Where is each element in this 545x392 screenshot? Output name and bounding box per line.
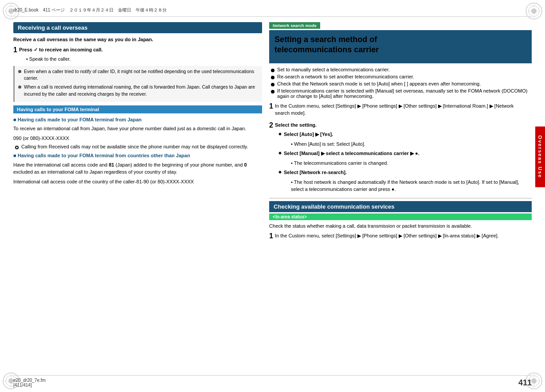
bullet-dot-1	[271, 69, 274, 72]
right-step1-content: In the Custom menu, select [Settings] ▶ …	[275, 102, 528, 119]
select-network-text: Select [Network re-search].	[284, 170, 347, 175]
bullet-text-4: If telecommunications carrier is selecte…	[277, 88, 532, 99]
bullet-dot-2	[271, 76, 274, 79]
diamond-icon-2: ◆	[278, 151, 282, 155]
network-note-text: The host network is changed automaticall…	[284, 179, 528, 193]
right-step2: 2 Select the setting. ◆ Select [Auto] ▶ …	[269, 121, 532, 195]
select-manual-circle: ●	[415, 151, 418, 156]
right-column: Network search mode Setting a search met…	[269, 22, 532, 370]
footer-file: e20_dr20_7e.fm	[13, 378, 46, 383]
network-note-circle: ●	[392, 186, 395, 192]
from-japan-title: ■ Having calls made to your FOMA termina…	[13, 116, 262, 124]
footer-left: e20_dr20_7e.fm [411/414]	[13, 378, 46, 388]
from-japan-text: To receive an international call from Ja…	[13, 125, 262, 132]
select-auto-text: Select [Auto] ▶ [Yes].	[284, 132, 333, 137]
from-japan-note-bullet	[15, 146, 19, 149]
note-item-1: Even when a caller tried to notify of ca…	[18, 68, 259, 82]
checking-step1: 1 In the Custom menu, select [Settings] …	[269, 232, 532, 242]
checking-step1-text: In the Custom menu, select [Settings] ▶ …	[275, 232, 528, 240]
when-auto-text: When [Auto] is set: Select [Auto].	[284, 140, 365, 148]
step1-receiving: 1 Press ✓ to receive an incoming call. S…	[13, 46, 262, 64]
main-title-box: Setting a search method of telecommunica…	[269, 30, 532, 63]
having-calls-header: Having calls to your FOMA terminal	[13, 105, 262, 113]
bullet-1: Set to manually select a telecommunicati…	[269, 67, 532, 72]
content-area: Receiving a call overseas Receive a call…	[13, 22, 532, 370]
bullet-dot-3	[271, 83, 274, 86]
in-area-label: <In-area status>	[269, 213, 532, 220]
note-item-2: When a call is received during internati…	[18, 84, 259, 98]
from-countries-p2: International call access code of the co…	[13, 178, 262, 186]
bullet-4: If telecommunications carrier is selecte…	[269, 88, 532, 99]
bullet-3: Check that the Network search mode is se…	[269, 81, 532, 86]
bullet-2: Re-search a network to set another telec…	[269, 74, 532, 79]
select-auto-item: ◆ Select [Auto] ▶ [Yes]. When [Auto] is …	[275, 131, 528, 148]
note-text-1: Even when a caller tried to notify of ca…	[24, 68, 259, 82]
main-title: Setting a search method of telecommunica…	[274, 35, 526, 55]
select-manual-note: The telecommunications carrier is change…	[284, 159, 420, 167]
select-network-item: ◆ Select [Network re-search]. The host n…	[275, 169, 528, 194]
left-column: Receiving a call overseas Receive a call…	[13, 22, 262, 370]
bullet-text-2: Re-search a network to set another telec…	[277, 74, 414, 79]
from-countries-title: ■ Having calls made to your FOMA termina…	[13, 152, 262, 159]
divider	[269, 198, 532, 198]
receiving-header: Receiving a call overseas	[13, 22, 262, 33]
right-step2-text: Select the setting.	[275, 122, 317, 128]
notes-box: Even when a caller tried to notify of ca…	[13, 66, 262, 102]
right-step1-number: 1	[269, 102, 273, 119]
bullet-text-1: Set to manually select a telecommunicati…	[277, 67, 390, 72]
checking-header-box: Checking available communication service…	[269, 201, 532, 212]
step1-content: Press ✓ to receive an incoming call. Spe…	[19, 46, 258, 64]
page-number: 411	[518, 378, 532, 388]
checking-header: Checking available communication service…	[274, 203, 394, 210]
checking-step1-content: In the Custom menu, select [Settings] ▶ …	[275, 232, 528, 242]
step1-sub: Speak to the caller.	[19, 55, 258, 63]
header-text: dr20_E.book 411 ページ ２０１９年４月２４日 金曜日 午後４時２…	[13, 7, 167, 13]
select-manual-text: Select [Manual] ▶ select a telecommunica…	[284, 151, 414, 156]
step1-number: 1	[13, 46, 17, 64]
from-japan-note-item: Calling from Received calls may not be a…	[13, 144, 262, 149]
right-step1: 1 In the Custom menu, select [Settings] …	[269, 102, 532, 119]
from-countries-p1: Have the international call access code …	[13, 161, 262, 176]
bullet-dot-4	[271, 90, 274, 93]
diamond-icon-1: ◆	[278, 132, 282, 136]
note-text-2: When a call is received during internati…	[24, 84, 259, 98]
checking-text: Check the status whether making a call, …	[269, 222, 532, 230]
select-manual-item: ◆ Select [Manual] ▶ select a telecommuni…	[275, 150, 528, 167]
right-step1-text: In the Custom menu, select [Settings] ▶ …	[275, 102, 528, 117]
checking-step1-number: 1	[269, 232, 273, 242]
bullet-list: Set to manually select a telecommunicati…	[269, 67, 532, 99]
note-bullet-1	[18, 70, 21, 73]
overseas-use-tab: Overseas Use	[535, 127, 545, 187]
page-header: dr20_E.book 411 ページ ２０１９年４月２４日 金曜日 午後４時２…	[13, 4, 532, 17]
page-footer: e20_dr20_7e.fm [411/414] 411	[13, 375, 532, 388]
footer-pages: [411/414]	[13, 383, 46, 388]
from-japan-note-text: Calling from Received calls may not be a…	[21, 144, 248, 149]
bullet-text-3: Check that the Network search mode is se…	[277, 81, 481, 86]
right-step2-content: Select the setting. ◆ Select [Auto] ▶ [Y…	[275, 121, 528, 195]
right-step2-number: 2	[269, 121, 273, 195]
diamond-icon-3: ◆	[278, 170, 282, 174]
network-search-label: Network search mode	[269, 22, 320, 29]
note-bullet-2	[18, 85, 21, 89]
receiving-intro: Receive a call overseas in the same way …	[13, 36, 262, 43]
from-japan-number: 090 (or 080)-XXXX-XXXX	[13, 135, 262, 142]
